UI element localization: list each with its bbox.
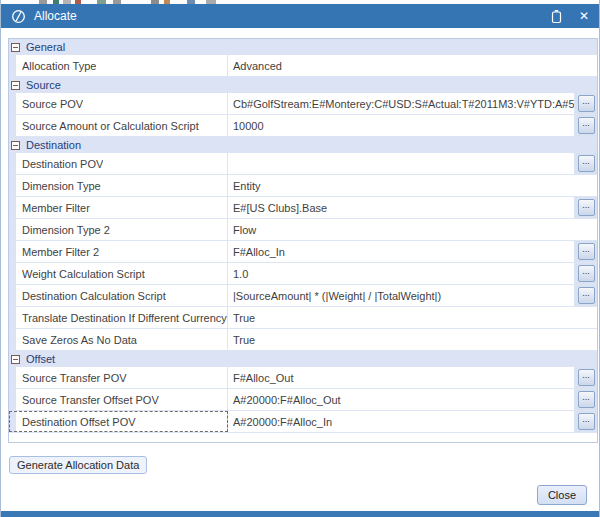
row-value[interactable]: True (228, 307, 597, 328)
property-row-source-transfer-pov[interactable]: Source Transfer POVF#Alloc_Out... (9, 367, 597, 389)
indent-gutter (9, 263, 16, 284)
property-row-member-filter-2[interactable]: Member Filter 2F#Alloc_In... (9, 241, 597, 263)
ellipsis-cell: ... (574, 263, 597, 284)
ellipsis-cell: ... (574, 197, 597, 218)
row-value[interactable] (228, 153, 574, 174)
ellipsis-button[interactable]: ... (578, 243, 595, 260)
ellipsis-cell: ... (574, 285, 597, 306)
row-value[interactable]: Flow (228, 219, 597, 240)
row-label: Allocation Type (22, 60, 96, 72)
row-label: Member Filter 2 (22, 246, 99, 258)
property-row-source-amount-or-calculation-script[interactable]: Source Amount or Calculation Script10000… (9, 115, 597, 137)
row-label-cell: Weight Calculation Script (9, 263, 228, 284)
row-label-cell: Save Zeros As No Data (9, 329, 228, 350)
ellipsis-cell: ... (574, 115, 597, 136)
indent-gutter (9, 241, 16, 262)
ellipsis-cell: ... (574, 411, 597, 432)
property-row-destination-offset-pov[interactable]: Destination Offset POVA#20000:F#Alloc_In… (9, 411, 597, 433)
collapse-icon[interactable] (11, 141, 20, 150)
indent-gutter (9, 175, 16, 196)
section-header-destination[interactable]: Destination (9, 137, 597, 153)
row-label: Destination POV (22, 158, 103, 170)
section-label: Source (26, 79, 61, 91)
ellipsis-cell: ... (574, 153, 597, 174)
collapse-icon[interactable] (11, 81, 20, 90)
section-header-offset[interactable]: Offset (9, 351, 597, 367)
row-label: Translate Destination If Different Curre… (22, 312, 227, 324)
close-icon[interactable]: ✕ (579, 10, 589, 22)
ellipsis-button[interactable]: ... (578, 369, 595, 386)
row-value[interactable]: Entity (228, 175, 597, 196)
row-label: Destination Offset POV (22, 416, 136, 428)
row-label: Save Zeros As No Data (22, 334, 137, 346)
indent-gutter (9, 329, 16, 350)
section-header-source[interactable]: Source (9, 77, 597, 93)
row-value[interactable]: A#20000:F#Alloc_In (228, 411, 574, 432)
property-row-allocation-type[interactable]: Allocation TypeAdvanced (9, 55, 597, 77)
row-label: Weight Calculation Script (22, 268, 145, 280)
indent-gutter (9, 307, 16, 328)
ellipsis-button[interactable]: ... (578, 413, 595, 430)
collapse-icon[interactable] (11, 43, 20, 52)
row-value[interactable]: A#20000:F#Alloc_Out (228, 389, 574, 410)
row-value[interactable]: Cb#GolfStream:E#Monterey:C#USD:S#Actual:… (228, 93, 574, 114)
ellipsis-cell: ... (574, 389, 597, 410)
row-value[interactable]: Advanced (228, 55, 597, 76)
row-label: Source Amount or Calculation Script (22, 120, 199, 132)
indent-gutter (9, 367, 16, 388)
row-value[interactable]: F#Alloc_Out (228, 367, 574, 388)
property-row-source-transfer-offset-pov[interactable]: Source Transfer Offset POVA#20000:F#Allo… (9, 389, 597, 411)
row-label-cell: Source POV (9, 93, 228, 114)
row-value[interactable]: 1.0 (228, 263, 574, 284)
indent-gutter (9, 93, 16, 114)
row-label-cell: Source Transfer POV (9, 367, 228, 388)
ellipsis-cell: ... (574, 241, 597, 262)
indent-gutter (9, 411, 16, 432)
ellipsis-button[interactable]: ... (578, 265, 595, 282)
row-label: Dimension Type (22, 180, 101, 192)
ellipsis-cell: ... (574, 367, 597, 388)
property-row-weight-calculation-script[interactable]: Weight Calculation Script1.0... (9, 263, 597, 285)
close-button[interactable]: Close (537, 485, 587, 505)
allocate-dialog: Allocate ✕ GeneralAllocation TypeAdvance… (0, 0, 600, 517)
property-row-dimension-type-2[interactable]: Dimension Type 2Flow (9, 219, 597, 241)
row-label: Destination Calculation Script (22, 290, 166, 302)
section-label: Offset (26, 353, 55, 365)
dialog-bottom-border (1, 511, 599, 517)
indent-gutter (9, 55, 16, 76)
popout-icon[interactable] (550, 9, 563, 24)
ellipsis-button[interactable]: ... (578, 287, 595, 304)
row-label-cell: Dimension Type 2 (9, 219, 228, 240)
row-label-cell: Translate Destination If Different Curre… (9, 307, 228, 328)
section-header-general[interactable]: General (9, 39, 597, 55)
property-row-source-pov[interactable]: Source POVCb#GolfStream:E#Monterey:C#USD… (9, 93, 597, 115)
property-row-translate-destination-if-different-currency[interactable]: Translate Destination If Different Curre… (9, 307, 597, 329)
row-value[interactable]: E#[US Clubs].Base (228, 197, 574, 218)
generate-allocation-data-button[interactable]: Generate Allocation Data (9, 456, 147, 474)
indent-gutter (9, 285, 16, 306)
ellipsis-button[interactable]: ... (578, 95, 595, 112)
row-label: Source POV (22, 98, 83, 110)
row-label-cell: Source Transfer Offset POV (9, 389, 228, 410)
indent-gutter (9, 197, 16, 218)
row-label: Dimension Type 2 (22, 224, 110, 236)
row-label-cell: Destination Offset POV (9, 411, 228, 432)
ellipsis-cell: ... (574, 93, 597, 114)
indent-gutter (9, 153, 16, 174)
row-value[interactable]: |SourceAmount| * (|Weight| / |TotalWeigh… (228, 285, 574, 306)
property-row-dimension-type[interactable]: Dimension TypeEntity (9, 175, 597, 197)
collapse-icon[interactable] (11, 355, 20, 364)
row-value[interactable]: True (228, 329, 597, 350)
dialog-title: Allocate (34, 9, 550, 23)
property-row-save-zeros-as-no-data[interactable]: Save Zeros As No DataTrue (9, 329, 597, 351)
property-row-destination-calculation-script[interactable]: Destination Calculation Script|SourceAmo… (9, 285, 597, 307)
property-row-destination-pov[interactable]: Destination POV... (9, 153, 597, 175)
row-label-cell: Destination Calculation Script (9, 285, 228, 306)
row-value[interactable]: F#Alloc_In (228, 241, 574, 262)
row-value[interactable]: 10000 (228, 115, 574, 136)
ellipsis-button[interactable]: ... (578, 391, 595, 408)
ellipsis-button[interactable]: ... (578, 117, 595, 134)
ellipsis-button[interactable]: ... (578, 199, 595, 216)
ellipsis-button[interactable]: ... (578, 155, 595, 172)
property-row-member-filter[interactable]: Member FilterE#[US Clubs].Base... (9, 197, 597, 219)
